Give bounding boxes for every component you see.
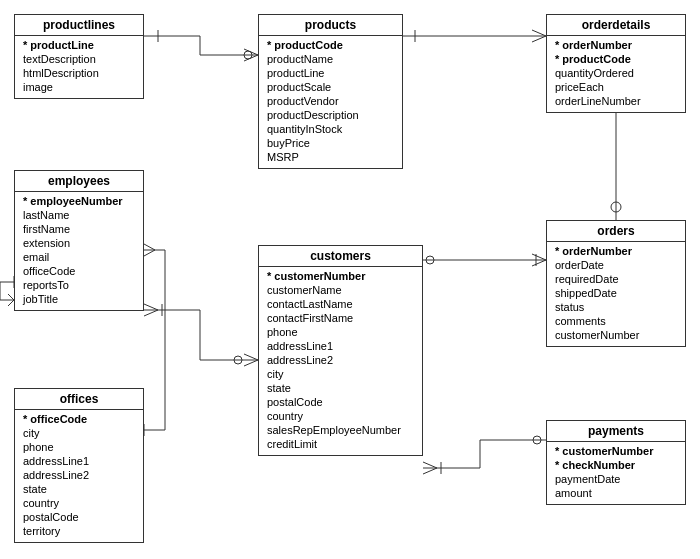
entity-productlines: productlines productLine textDescription… [14, 14, 144, 99]
field-orders-requiredDate: requiredDate [555, 272, 677, 286]
svg-line-37 [532, 260, 546, 266]
field-offices-phone: phone [23, 440, 135, 454]
field-productlines-textDescription: textDescription [23, 52, 135, 66]
field-orderdetails-orderLineNumber: orderLineNumber [555, 94, 677, 108]
entity-orderdetails-header: orderdetails [547, 15, 685, 36]
field-orders-shippedDate: shippedDate [555, 286, 677, 300]
field-products-productName: productName [267, 52, 394, 66]
entity-orders-body: orderNumber orderDate requiredDate shipp… [547, 242, 685, 346]
field-offices-addressLine2: addressLine2 [23, 468, 135, 482]
svg-line-9 [532, 30, 546, 36]
field-customers-postalCode: postalCode [267, 395, 414, 409]
svg-line-44 [423, 468, 437, 474]
svg-line-18 [144, 310, 158, 316]
field-orders-comments: comments [555, 314, 677, 328]
field-orderdetails-priceEach: priceEach [555, 80, 677, 94]
svg-line-26 [144, 244, 155, 250]
field-customers-customerNumber: customerNumber [267, 269, 414, 283]
entity-orderdetails-body: orderNumber productCode quantityOrdered … [547, 36, 685, 112]
field-employees-employeeNumber: employeeNumber [23, 194, 135, 208]
svg-point-22 [234, 356, 242, 364]
field-products-productDescription: productDescription [267, 108, 394, 122]
field-customers-customerName: customerName [267, 283, 414, 297]
entity-customers-body: customerNumber customerName contactLastN… [259, 267, 422, 455]
entity-payments: payments customerNumber checkNumber paym… [546, 420, 686, 505]
entity-payments-body: customerNumber checkNumber paymentDate a… [547, 442, 685, 504]
field-orders-status: status [555, 300, 677, 314]
field-customers-contactLastName: contactLastName [267, 297, 414, 311]
entity-products-body: productCode productName productLine prod… [259, 36, 402, 168]
entity-orderdetails: orderdetails orderNumber productCode qua… [546, 14, 686, 113]
field-orders-orderDate: orderDate [555, 258, 677, 272]
svg-line-10 [532, 36, 546, 42]
svg-point-46 [533, 436, 541, 444]
svg-point-39 [426, 256, 434, 264]
field-orderdetails-productCode: productCode [555, 52, 677, 66]
entity-employees-body: employeeNumber lastName firstName extens… [15, 192, 143, 310]
field-offices-country: country [23, 496, 135, 510]
field-customers-creditLimit: creditLimit [267, 437, 414, 451]
entity-offices: offices officeCode city phone addressLin… [14, 388, 144, 543]
field-customers-city: city [267, 367, 414, 381]
field-orderdetails-orderNumber: orderNumber [555, 38, 677, 52]
field-employees-officeCode: officeCode [23, 264, 135, 278]
svg-line-43 [423, 462, 437, 468]
erd-diagram: productlines productLine textDescription… [0, 0, 700, 559]
svg-line-36 [532, 254, 546, 260]
field-orders-customerNumber: customerNumber [555, 328, 677, 342]
entity-employees: employees employeeNumber lastName firstN… [14, 170, 144, 311]
svg-point-6 [244, 51, 252, 59]
field-customers-salesRepEmployeeNumber: salesRepEmployeeNumber [267, 423, 414, 437]
field-offices-territory: territory [23, 524, 135, 538]
entity-productlines-body: productLine textDescription htmlDescript… [15, 36, 143, 98]
svg-line-21 [244, 360, 258, 366]
field-products-MSRP: MSRP [267, 150, 394, 164]
field-payments-paymentDate: paymentDate [555, 472, 677, 486]
entity-customers-header: customers [259, 246, 422, 267]
svg-line-5 [244, 55, 258, 61]
field-employees-reportsTo: reportsTo [23, 278, 135, 292]
field-offices-officeCode: officeCode [23, 412, 135, 426]
field-products-productScale: productScale [267, 80, 394, 94]
field-customers-contactFirstName: contactFirstName [267, 311, 414, 325]
field-offices-addressLine1: addressLine1 [23, 454, 135, 468]
svg-line-27 [144, 250, 155, 256]
field-offices-state: state [23, 482, 135, 496]
entity-offices-body: officeCode city phone addressLine1 addre… [15, 410, 143, 542]
entity-orders-header: orders [547, 221, 685, 242]
field-products-buyPrice: buyPrice [267, 136, 394, 150]
field-offices-postalCode: postalCode [23, 510, 135, 524]
field-products-quantityInStock: quantityInStock [267, 122, 394, 136]
field-orderdetails-quantityOrdered: quantityOrdered [555, 66, 677, 80]
field-productlines-productLine: productLine [23, 38, 135, 52]
field-offices-city: city [23, 426, 135, 440]
field-productlines-image: image [23, 80, 135, 94]
field-customers-phone: phone [267, 325, 414, 339]
svg-line-20 [244, 354, 258, 360]
field-employees-jobTitle: jobTitle [23, 292, 135, 306]
svg-point-13 [611, 202, 621, 212]
entity-offices-header: offices [15, 389, 143, 410]
field-payments-checkNumber: checkNumber [555, 458, 677, 472]
field-products-productVendor: productVendor [267, 94, 394, 108]
svg-line-17 [144, 304, 158, 310]
field-customers-state: state [267, 381, 414, 395]
entity-orders: orders orderNumber orderDate requiredDat… [546, 220, 686, 347]
field-products-productCode: productCode [267, 38, 394, 52]
field-employees-lastName: lastName [23, 208, 135, 222]
entity-employees-header: employees [15, 171, 143, 192]
field-customers-country: country [267, 409, 414, 423]
field-productlines-htmlDescription: htmlDescription [23, 66, 135, 80]
svg-line-4 [244, 49, 258, 55]
entity-productlines-header: productlines [15, 15, 143, 36]
entity-products: products productCode productName product… [258, 14, 403, 169]
field-products-productLine: productLine [267, 66, 394, 80]
field-employees-extension: extension [23, 236, 135, 250]
field-employees-email: email [23, 250, 135, 264]
field-payments-amount: amount [555, 486, 677, 500]
entity-products-header: products [259, 15, 402, 36]
field-employees-firstName: firstName [23, 222, 135, 236]
field-payments-customerNumber: customerNumber [555, 444, 677, 458]
field-customers-addressLine2: addressLine2 [267, 353, 414, 367]
entity-payments-header: payments [547, 421, 685, 442]
